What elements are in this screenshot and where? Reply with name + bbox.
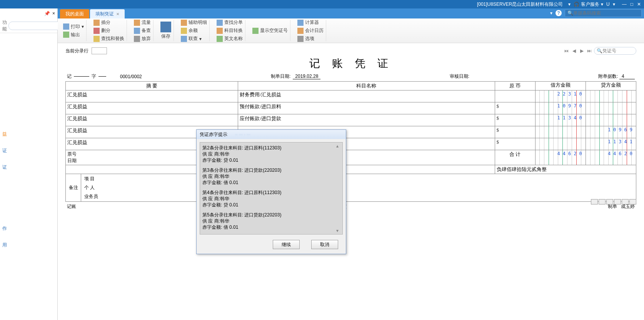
barcode-search-input[interactable] bbox=[573, 10, 639, 16]
cell-currency[interactable] bbox=[495, 90, 535, 102]
find-replace-button[interactable]: 查找和替换 bbox=[93, 35, 124, 42]
close-icon[interactable]: ✕ bbox=[637, 2, 641, 7]
voucher-type[interactable] bbox=[74, 76, 89, 77]
minimize-icon[interactable]: — bbox=[622, 2, 627, 7]
current-row-label: 当前分录行 bbox=[65, 48, 88, 54]
flow-icon bbox=[134, 20, 140, 26]
close-icon[interactable]: × bbox=[52, 11, 55, 16]
discard-button[interactable]: 放弃 bbox=[134, 35, 151, 42]
mini-icon[interactable] bbox=[591, 199, 598, 204]
cell-summary[interactable]: 汇兑损益 bbox=[66, 114, 238, 126]
cell-account[interactable]: 应付账款/进口货款 bbox=[238, 114, 495, 126]
cell-currency[interactable]: $ bbox=[495, 102, 535, 114]
flow-button[interactable]: 流量 bbox=[134, 19, 151, 26]
print-button[interactable]: 打印 ▾ bbox=[63, 23, 84, 30]
help-icon[interactable]: ? bbox=[556, 10, 562, 16]
show-icon bbox=[252, 28, 259, 34]
cell-account[interactable]: 预付账款/进口原料 bbox=[238, 102, 495, 114]
tab-voucher[interactable]: 填制凭证 ✕ bbox=[90, 9, 125, 18]
mini-icon[interactable] bbox=[599, 199, 606, 204]
cell-account[interactable]: 财务费用/汇兑损益 bbox=[238, 90, 495, 102]
attach-count[interactable]: 4 bbox=[619, 74, 635, 79]
cell-currency[interactable]: $ bbox=[495, 114, 535, 126]
scroll-down-icon[interactable]: ▾ bbox=[336, 228, 342, 233]
discard-icon bbox=[134, 36, 140, 42]
save-icon bbox=[160, 22, 171, 32]
voucher-search-input[interactable] bbox=[602, 48, 629, 54]
table-row[interactable]: 汇兑损益 应付账款/进口货款 $ 11340 bbox=[66, 114, 636, 126]
search-icon: 🔍 bbox=[597, 48, 602, 54]
mini-icon[interactable] bbox=[614, 199, 621, 204]
find-split-button[interactable]: 查找分单 bbox=[217, 19, 243, 26]
mini-icon[interactable] bbox=[622, 199, 629, 204]
cell-summary[interactable]: 汇兑损益 bbox=[66, 90, 238, 102]
note-person[interactable]: 个 人 bbox=[84, 184, 633, 191]
print-icon bbox=[63, 23, 69, 30]
maximize-icon[interactable]: □ bbox=[631, 2, 633, 7]
mini-toolbar bbox=[591, 199, 636, 204]
dropdown-icon: ▾ bbox=[601, 2, 603, 7]
export-button[interactable]: 输出 bbox=[63, 32, 84, 38]
table-row[interactable]: 汇兑损益 $ 10969 bbox=[66, 126, 636, 138]
col-summary: 摘 要 bbox=[66, 82, 238, 90]
cancel-button[interactable]: 取消 bbox=[311, 240, 338, 249]
dropdown-icon[interactable]: ▾ bbox=[568, 2, 571, 7]
delete-row-button[interactable]: 删分 bbox=[93, 27, 124, 34]
tab-close-icon[interactable]: ✕ bbox=[116, 12, 119, 16]
pin-icon[interactable]: 📌 bbox=[44, 11, 50, 16]
cell-summary[interactable]: 汇兑损益 bbox=[66, 102, 238, 114]
insert-row-button[interactable]: 插分 bbox=[93, 19, 124, 26]
customer-service[interactable]: 🎧 客户服务 ▾ bbox=[574, 1, 603, 8]
sidebar-link[interactable]: 证 bbox=[2, 147, 55, 154]
dropdown-icon[interactable]: ▾ bbox=[613, 2, 615, 7]
note-staff[interactable]: 业务员 bbox=[84, 193, 633, 200]
mini-icon[interactable] bbox=[606, 199, 613, 204]
aux-detail-button[interactable]: 辅助明细 bbox=[181, 19, 207, 26]
lookup-button[interactable]: 联查 ▾ bbox=[181, 35, 207, 42]
u-menu[interactable]: U bbox=[606, 2, 610, 7]
insert-icon bbox=[93, 20, 100, 26]
lookup-icon bbox=[181, 36, 187, 42]
continue-button[interactable]: 继续 bbox=[273, 240, 300, 249]
audit-ref-button[interactable]: 备查 bbox=[134, 27, 151, 34]
dialog-body: 第2条分录往来科目: 进口原料(112303)供 应 商:韩华赤字金额: 贷 0… bbox=[200, 142, 343, 235]
note-project[interactable]: 项 目 bbox=[84, 176, 633, 182]
delete-icon bbox=[93, 28, 100, 34]
mini-icon[interactable] bbox=[629, 199, 636, 204]
acct-transfer-button[interactable]: 科目转换 bbox=[217, 27, 243, 34]
balance-button[interactable]: 余额 bbox=[181, 27, 207, 34]
options-button[interactable]: 选项 bbox=[297, 35, 324, 42]
current-row-input[interactable] bbox=[92, 47, 107, 54]
transfer-icon bbox=[217, 28, 223, 34]
show-empty-voucher-button[interactable]: 显示空凭证号 bbox=[252, 27, 288, 34]
scroll-up-icon[interactable]: ▴ bbox=[336, 143, 342, 149]
calendar-button[interactable]: 会计日历 bbox=[297, 27, 324, 34]
make-date[interactable]: 2019.02.28 bbox=[293, 74, 320, 79]
book-label: 记账 bbox=[67, 203, 76, 210]
voucher-search[interactable]: 🔍 bbox=[594, 47, 636, 55]
toolbar: 打印 ▾ 输出 插分 删分 查找和替换 流量 备查 放弃 保存 辅助明细 余额 … bbox=[58, 18, 644, 43]
english-icon bbox=[217, 36, 223, 42]
sidebar-link[interactable]: 用 bbox=[2, 242, 55, 248]
dropdown-icon[interactable]: ▾ bbox=[550, 10, 552, 16]
table-row[interactable]: 汇兑损益 预付账款/进口原料 $ 10970 bbox=[66, 102, 636, 114]
last-icon[interactable]: ⏭ bbox=[586, 48, 592, 54]
sidebar-link[interactable]: 作 bbox=[2, 225, 55, 232]
sidebar-link[interactable]: 证 bbox=[2, 164, 55, 171]
calculator-button[interactable]: 计算器 bbox=[297, 19, 324, 26]
next-icon[interactable]: ▶ bbox=[579, 48, 585, 54]
cell-currency[interactable]: $ bbox=[495, 126, 535, 138]
save-button[interactable]: 保存 bbox=[161, 33, 170, 40]
prev-icon[interactable]: ◀ bbox=[571, 48, 577, 54]
dialog-entry: 第5条分录往来科目: 进口货款(220203)供 应 商:韩华赤字金额: 借 0… bbox=[202, 212, 340, 230]
barcode-search[interactable]: 🔍 bbox=[565, 9, 642, 17]
cell-debit: 11340 bbox=[557, 115, 585, 121]
sidebar-link[interactable]: 益 bbox=[2, 131, 55, 137]
table-row[interactable]: 汇兑损益 财务费用/汇兑损益 22310 bbox=[66, 90, 636, 102]
options-icon bbox=[297, 36, 304, 42]
english-name-button[interactable]: 英文名称 bbox=[217, 35, 243, 42]
cell-currency[interactable]: $ bbox=[495, 138, 535, 150]
table-row[interactable]: 汇兑损益 $ 11341 bbox=[66, 138, 636, 150]
tab-home[interactable]: 我的桌面 bbox=[60, 9, 89, 18]
first-icon[interactable]: ⏮ bbox=[563, 48, 569, 54]
